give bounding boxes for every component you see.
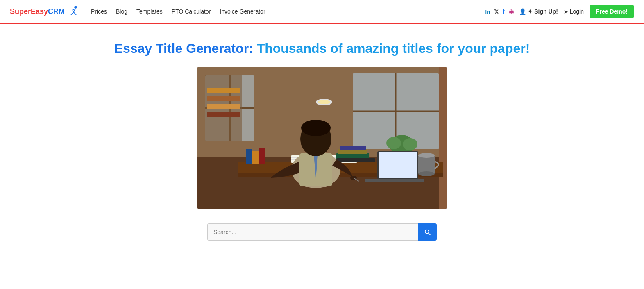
svg-point-27	[403, 138, 417, 150]
svg-rect-45	[340, 146, 366, 150]
facebook-icon: f	[503, 8, 505, 15]
nav-social: 𝕏 f ◉	[485, 8, 515, 15]
linkedin-link[interactable]	[485, 8, 490, 15]
nav-links: Prices Blog Templates PTO Calculator Inv…	[91, 8, 485, 15]
nav-pto-calculator[interactable]: PTO Calculator	[172, 8, 211, 15]
title-subtitle: Thousands of amazing titles for your pap…	[253, 41, 530, 56]
nav-templates[interactable]: Templates	[136, 8, 163, 15]
svg-rect-14	[207, 112, 240, 117]
svg-rect-40	[418, 155, 435, 174]
svg-rect-13	[207, 104, 240, 109]
svg-point-0	[74, 6, 77, 8]
svg-line-3	[74, 12, 76, 15]
login-link[interactable]: ➤ Login	[564, 8, 584, 15]
logo[interactable]: Super Easy CRM	[10, 5, 79, 18]
content-divider	[8, 253, 636, 253]
svg-rect-31	[252, 151, 259, 164]
search-input[interactable]	[207, 223, 418, 241]
svg-point-42	[418, 171, 435, 176]
svg-point-52	[301, 120, 331, 136]
search-area	[207, 223, 437, 241]
svg-rect-46	[336, 158, 375, 162]
nav-blog[interactable]: Blog	[116, 8, 127, 15]
twitter-icon: 𝕏	[494, 9, 499, 15]
svg-point-23	[318, 100, 330, 104]
linkedin-icon	[485, 8, 490, 15]
page-title: Essay Title Generator: Thousands of amaz…	[114, 40, 530, 57]
search-button[interactable]	[418, 223, 437, 241]
title-label: Essay Title Generator:	[114, 41, 253, 56]
svg-rect-32	[259, 148, 265, 164]
free-demo-button[interactable]: Free Demo!	[590, 5, 634, 18]
svg-rect-11	[207, 88, 240, 93]
svg-rect-39	[365, 179, 424, 182]
instagram-icon: ◉	[509, 8, 514, 15]
login-icon: ➤	[564, 9, 568, 15]
svg-rect-12	[207, 96, 240, 101]
logo-easy: Easy	[31, 7, 48, 16]
svg-line-2	[71, 12, 73, 15]
svg-rect-20	[439, 67, 447, 209]
svg-rect-38	[379, 152, 417, 178]
hero-illustration	[197, 67, 447, 209]
hero-image	[197, 67, 447, 209]
nav-prices[interactable]: Prices	[91, 8, 107, 15]
nav-invoice-generator[interactable]: Invoice Generator	[220, 8, 265, 15]
main-content: Essay Title Generator: Thousands of amaz…	[0, 24, 644, 266]
logo-runner-icon	[66, 5, 79, 18]
twitter-link[interactable]: 𝕏	[494, 8, 499, 15]
svg-rect-30	[246, 149, 252, 164]
search-icon	[424, 228, 431, 236]
logo-super: Super	[10, 7, 31, 16]
instagram-link[interactable]: ◉	[509, 8, 514, 15]
facebook-link[interactable]: f	[503, 8, 505, 15]
signup-user-icon: 👤	[519, 8, 526, 15]
svg-point-41	[418, 153, 435, 158]
logo-crm: CRM	[48, 7, 65, 16]
navbar: Super Easy CRM Prices Blog Templates PTO…	[0, 0, 644, 24]
signup-link[interactable]: 👤 ✦ Sign Up!	[519, 8, 558, 15]
svg-point-26	[386, 137, 401, 149]
